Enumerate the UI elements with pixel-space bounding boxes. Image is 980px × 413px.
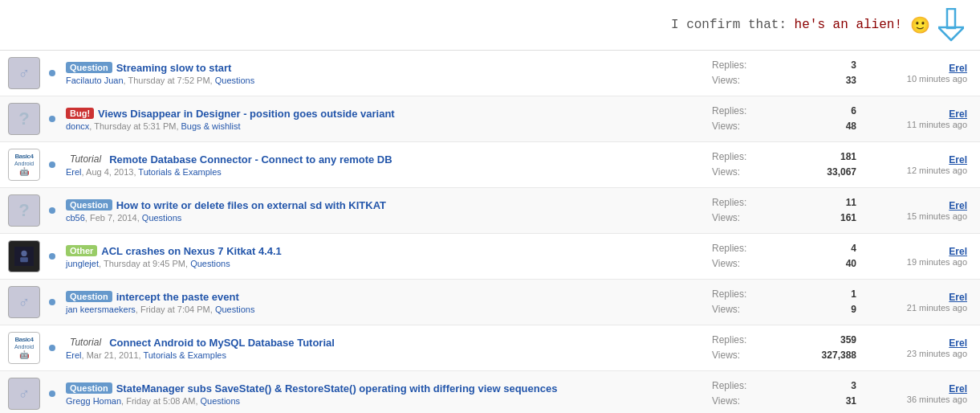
replies-label: Replies:: [712, 333, 746, 348]
topic-title[interactable]: Connect Android to MySQL Database Tutori…: [109, 337, 335, 349]
last-user-link[interactable]: Erel: [864, 337, 967, 349]
topic-main: Bug! Views Disappear in Designer - posit…: [59, 106, 704, 133]
last-user-link[interactable]: Erel: [864, 246, 967, 257]
last-user-link[interactable]: Erel: [864, 108, 967, 120]
last-post: Erel 10 minutes ago: [864, 63, 977, 84]
meta-date: Friday at 7:04 PM: [140, 305, 210, 314]
topic-title[interactable]: How to write or delete files on external…: [116, 199, 386, 211]
replies-value: 3: [808, 58, 856, 73]
topic-meta: cb56, Feb 7, 2014, Questions: [66, 213, 697, 223]
topic-title[interactable]: ACL crashes on Nexus 7 Kitkat 4.4.1: [101, 245, 281, 257]
topic-stats: Replies: 4 Views: 40: [704, 241, 864, 272]
avatar: Basic4 Android 🤖: [3, 149, 45, 181]
meta-date: Thursday at 5:31 PM: [94, 121, 176, 131]
meta-user-link[interactable]: Gregg Homan: [66, 396, 121, 406]
meta-date: Thursday at 7:52 PM: [128, 76, 209, 85]
views-value: 40: [808, 256, 856, 272]
avatar: ♂: [3, 378, 45, 410]
meta-category-link[interactable]: Questions: [201, 396, 241, 406]
meta-date: Aug 4, 2013: [86, 167, 133, 177]
topic-meta: jan keersmaekers, Friday at 7:04 PM, Que…: [66, 305, 697, 314]
meta-category-link[interactable]: Bugs & wishlist: [181, 121, 241, 131]
replies-value: 4: [808, 241, 856, 256]
svg-point-3: [21, 251, 26, 256]
last-time: 12 minutes ago: [864, 166, 967, 175]
avatar: ♂: [3, 57, 45, 89]
replies-label: Replies:: [712, 58, 746, 73]
replies-value: 3: [808, 378, 856, 394]
avatar: ?: [3, 103, 45, 135]
meta-user-link[interactable]: Erel: [66, 350, 82, 360]
meta-user-link[interactable]: Erel: [66, 167, 82, 177]
last-user-link[interactable]: Erel: [864, 200, 967, 211]
views-label: Views:: [712, 119, 740, 134]
topic-title[interactable]: Streaming slow to start: [116, 62, 232, 74]
confirm-text: I confirm that: he's an alien!: [671, 18, 902, 32]
last-time: 11 minutes ago: [864, 120, 967, 129]
badge-other: Other: [66, 245, 97, 256]
dot-indicator: [45, 207, 59, 214]
replies-label: Replies:: [712, 104, 746, 119]
meta-category-link[interactable]: Questions: [142, 213, 182, 223]
last-post: Erel 19 minutes ago: [864, 246, 977, 267]
table-row: ? Bug! Views Disappear in Designer - pos…: [0, 96, 980, 142]
replies-label: Replies:: [712, 378, 746, 394]
topic-meta: Gregg Homan, Friday at 5:08 AM, Question…: [66, 396, 697, 406]
last-time: 23 minutes ago: [864, 349, 967, 358]
last-post: Erel 21 minutes ago: [864, 292, 977, 313]
table-row: ♂ Question Streaming slow to start Facil…: [0, 51, 980, 96]
replies-label: Replies:: [712, 195, 746, 211]
meta-category-link[interactable]: Questions: [215, 76, 255, 85]
topic-stats: Replies: 3 Views: 33: [704, 58, 864, 88]
last-user-link[interactable]: Erel: [864, 383, 967, 395]
views-value: 161: [808, 211, 856, 226]
topic-stats: Replies: 359 Views: 327,388: [704, 333, 864, 363]
meta-user-link[interactable]: jan keersmaekers: [66, 305, 136, 314]
views-value: 327,388: [808, 348, 856, 363]
topic-meta: Erel, Mar 21, 2011, Tutorials & Examples: [66, 350, 697, 360]
replies-value: 11: [808, 195, 856, 211]
last-user-link[interactable]: Erel: [864, 63, 967, 74]
topic-stats: Replies: 3 Views: 31: [704, 378, 864, 409]
topic-main: Other ACL crashes on Nexus 7 Kitkat 4.4.…: [59, 243, 704, 270]
topic-title[interactable]: Remote Database Connector - Connect to a…: [109, 153, 392, 166]
topic-stats: Replies: 1 Views: 9: [704, 287, 864, 317]
dot-indicator: [45, 70, 59, 76]
dot-indicator: [45, 299, 59, 305]
meta-user-link[interactable]: junglejet: [66, 259, 99, 268]
views-label: Views:: [712, 73, 740, 88]
dot-indicator: [45, 116, 59, 122]
meta-category-link[interactable]: Tutorials & Examples: [143, 350, 226, 360]
badge-question: Question: [66, 199, 112, 211]
topic-stats: Replies: 6 Views: 48: [704, 104, 864, 134]
last-time: 15 minutes ago: [864, 211, 967, 221]
topic-main: Question StateManager subs SaveState() &…: [59, 381, 704, 407]
topic-title[interactable]: StateManager subs SaveState() & RestoreS…: [116, 382, 558, 395]
table-row: Other ACL crashes on Nexus 7 Kitkat 4.4.…: [0, 234, 980, 280]
views-label: Views:: [712, 256, 740, 272]
badge-question: Question: [66, 62, 112, 73]
replies-value: 6: [808, 104, 856, 119]
topic-main: Question Streaming slow to start Facilau…: [59, 60, 704, 87]
topic-title[interactable]: Views Disappear in Designer - position g…: [98, 108, 395, 120]
last-user-link[interactable]: Erel: [864, 292, 967, 303]
meta-category-link[interactable]: Questions: [190, 259, 230, 268]
topic-meta: Facilauto Juan, Thursday at 7:52 PM, Que…: [66, 76, 697, 85]
last-time: 19 minutes ago: [864, 257, 967, 267]
meta-user-link[interactable]: Facilauto Juan: [66, 76, 124, 85]
meta-user-link[interactable]: cb56: [66, 213, 85, 223]
last-time: 36 minutes ago: [864, 395, 967, 404]
meta-category-link[interactable]: Questions: [215, 305, 255, 314]
last-time: 21 minutes ago: [864, 303, 967, 313]
meta-user-link[interactable]: doncx: [66, 121, 89, 131]
topic-title[interactable]: intercept the paste event: [116, 291, 239, 303]
topic-meta: doncx, Thursday at 5:31 PM, Bugs & wishl…: [66, 121, 697, 131]
meta-category-link[interactable]: Tutorials & Examples: [138, 167, 222, 177]
last-user-link[interactable]: Erel: [864, 154, 967, 166]
last-post: Erel 15 minutes ago: [864, 200, 977, 221]
table-row: ♂ Question intercept the paste event jan…: [0, 280, 980, 325]
replies-label: Replies:: [712, 241, 746, 256]
topic-main: Question intercept the paste event jan k…: [59, 289, 704, 316]
views-label: Views:: [712, 211, 740, 226]
meta-date: Friday at 5:08 AM: [126, 396, 195, 406]
